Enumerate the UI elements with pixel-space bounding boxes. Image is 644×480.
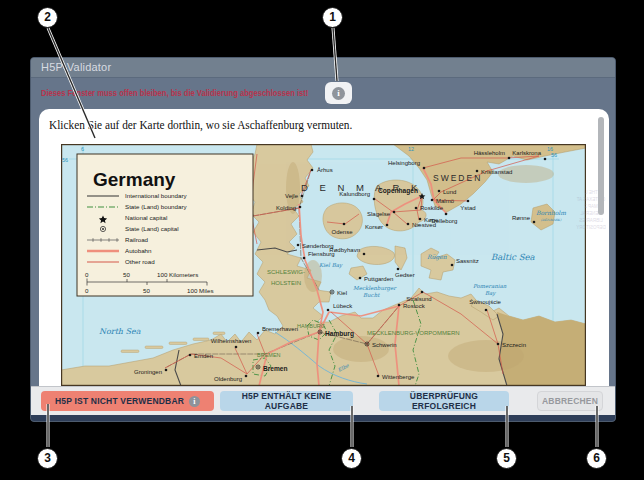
- sea-label-kiel-bay: Kiel Bay: [319, 262, 343, 269]
- scale-label: 50: [123, 271, 130, 278]
- info-icon: i: [189, 396, 200, 407]
- cancel-button[interactable]: ABBRECHEN: [537, 391, 603, 411]
- screenshot-canvas: H5P-Validator Dieses Fenster muss offen …: [0, 0, 644, 480]
- grid-label-16: 16: [547, 146, 553, 152]
- city-label: Oldenburg: [214, 376, 242, 382]
- city-label: Sassnitz: [456, 258, 479, 264]
- city-label: Szczecin: [502, 342, 526, 348]
- dialog-title: H5P-Validator: [41, 61, 111, 73]
- city-label: Vejle: [285, 193, 299, 199]
- scrollbar-thumb[interactable]: [598, 117, 604, 215]
- warning-text: Dieses Fenster muss offen bleiben, bis d…: [41, 87, 308, 98]
- city-label: Kolding: [276, 205, 296, 211]
- dialog-header: H5P-Validator: [31, 58, 615, 78]
- sea-label-bay: Bay: [485, 290, 496, 297]
- dialog-bottom-strip: [31, 415, 615, 422]
- state-label-hamburg: HAMBURG: [297, 323, 325, 329]
- legend-item: Railroad: [125, 236, 149, 243]
- city-label: Rødbyhavn: [329, 247, 360, 253]
- callout-badge-6: 6: [586, 448, 607, 469]
- city-label: Bremen: [263, 365, 288, 372]
- scrollbar-track[interactable]: [597, 113, 605, 381]
- city-label: Stralsund: [406, 296, 431, 302]
- legend-item: National capital: [125, 214, 167, 221]
- city-label: Kalundborg: [339, 191, 370, 197]
- city-label: Hamburg: [325, 330, 354, 338]
- state-label-bremen: BREMEN: [257, 352, 281, 358]
- check-successful-label: ÜBERPRÜFUNG ERFOLGREICH: [383, 391, 505, 411]
- city-label: Odense: [331, 229, 353, 235]
- city-label: Rostock: [403, 303, 426, 309]
- legend-item: State (Land) boundary: [125, 203, 187, 210]
- city-label: Emden: [194, 353, 213, 359]
- city-label: Wittenberge: [382, 374, 415, 380]
- city-label: Copenhagen: [378, 187, 418, 195]
- city-label: Schwerin: [372, 342, 397, 348]
- state-label-mecklenburg: MECKLENBURG-VORPOMMERN: [367, 330, 460, 336]
- germany-map-image[interactable]: 56 56 6 12 16 North Sea Baltic Sea Kiel …: [61, 144, 586, 386]
- info-button[interactable]: i: [325, 82, 352, 104]
- scale-label: 100 Miles: [187, 287, 213, 294]
- info-icon: i: [332, 87, 345, 100]
- content-panel: Klicken Sie auf der Karte dorthin, wo si…: [39, 109, 609, 386]
- city-label: Roskilde: [420, 205, 444, 211]
- grid-label-6: 6: [81, 146, 84, 152]
- grid-label-12: 12: [408, 146, 414, 152]
- scale-label: 100 Kilometers: [157, 271, 198, 278]
- city-label: Ystad: [460, 205, 475, 211]
- sea-label-north-sea: North Sea: [99, 327, 141, 336]
- state-label-holstein: HOLSTEIN: [271, 280, 301, 286]
- check-successful-button[interactable]: ÜBERPRÜFUNG ERFOLGREICH: [379, 391, 509, 411]
- city-label: Wilhelmshaven: [211, 338, 252, 344]
- cancel-label: ABBRECHEN: [542, 396, 598, 406]
- map-legend: Germany International boundary State (La…: [77, 154, 253, 296]
- h5p-no-task-label: H5P ENTHÄLT KEINE AUFGABE: [224, 391, 349, 411]
- city-label: Świnoujście: [469, 298, 501, 305]
- city-label: Gedser: [395, 272, 415, 278]
- city-label: Kiel: [337, 290, 347, 296]
- legend-item: Other road: [125, 258, 155, 265]
- sea-label-mecklenburger: Mecklenburger: [353, 285, 397, 292]
- city-label: Groningen: [134, 369, 162, 375]
- scale-label: 50: [143, 287, 150, 294]
- callout-badge-1: 1: [322, 7, 343, 28]
- h5p-not-usable-button[interactable]: H5P IST NICHT VERWENDBAR i: [41, 391, 214, 411]
- city-label: Lübeck: [333, 303, 353, 309]
- city-label: Bremerhaven: [262, 326, 298, 332]
- city-label: Lund: [443, 189, 456, 195]
- h5p-not-usable-label: H5P IST NICHT VERWENDBAR: [55, 396, 184, 406]
- legend-item: Autobahn: [125, 247, 152, 254]
- legend-item: State (Land) capital: [125, 225, 179, 232]
- warning-row: Dieses Fenster muss offen bleiben, bis d…: [31, 77, 615, 109]
- city-label: Karlskrona: [512, 150, 541, 156]
- city-label: Trelleborg: [431, 218, 458, 224]
- scale-label: 0: [85, 287, 89, 294]
- sea-label-pomeranian: Pomeranian: [473, 283, 507, 289]
- grid-label-56-right: 56: [551, 152, 557, 158]
- instruction-text: Klicken Sie auf der Karte dorthin, wo si…: [49, 117, 352, 133]
- callout-badge-3: 3: [37, 448, 58, 469]
- city-label: Rønne: [512, 215, 531, 221]
- city-label: Malmö: [436, 198, 455, 204]
- map-svg: 56 56 6 12 16 North Sea Baltic Sea Kiel …: [61, 144, 586, 386]
- callout-badge-5: 5: [496, 448, 517, 469]
- callout-badge-4: 4: [341, 448, 362, 469]
- sea-label-bucht: Bucht: [363, 292, 380, 298]
- island-label-ruegen: Rügen: [427, 253, 447, 261]
- city-label: Hässleholm: [474, 150, 505, 156]
- city-label: Helsingborg: [388, 160, 420, 166]
- legend-item: International boundary: [125, 192, 187, 199]
- city-label: Århus: [317, 167, 333, 173]
- grid-label-56-left: 56: [62, 157, 68, 163]
- city-label: Slagelse: [367, 211, 391, 217]
- city-label: Puttgarden: [364, 276, 393, 282]
- h5p-validator-dialog: H5P-Validator Dieses Fenster muss offen …: [30, 57, 616, 422]
- callout-badge-2: 2: [37, 7, 58, 28]
- island-label-bornholm-denmark: (DENMARK): [541, 218, 562, 222]
- h5p-no-task-button[interactable]: H5P ENTHÄLT KEINE AUFGABE: [220, 391, 353, 411]
- sea-label-baltic-sea: Baltic Sea: [491, 252, 535, 262]
- footer-bar: H5P IST NICHT VERWENDBAR i H5P ENTHÄLT K…: [31, 386, 615, 415]
- city-label: Kristianstad: [481, 169, 512, 175]
- island-label-bornholm: Bornholm: [536, 209, 566, 216]
- legend-title: Germany: [93, 169, 176, 190]
